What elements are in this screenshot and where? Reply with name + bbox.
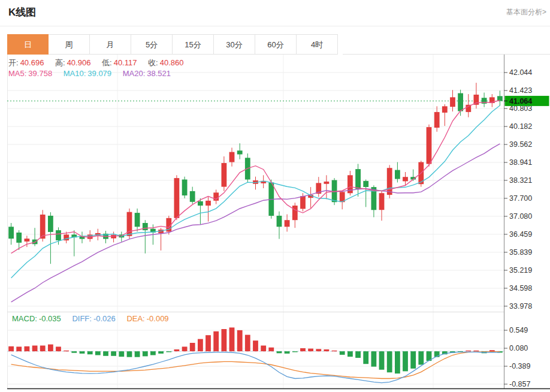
tab-60min[interactable]: 60分	[255, 34, 297, 55]
svg-text:37.080: 37.080	[509, 212, 532, 221]
svg-text:-0.857: -0.857	[509, 380, 530, 388]
svg-text:33.978: 33.978	[509, 302, 532, 310]
svg-text:0.549: 0.549	[509, 326, 528, 334]
legend-ma10: MA10:39.079	[64, 69, 111, 78]
svg-text:37.700: 37.700	[509, 194, 532, 203]
svg-text:38.941: 38.941	[509, 158, 532, 167]
ohlc-legend: 开:40.696 高:40.906 低:40.117 收:40.860	[8, 58, 192, 68]
tab-15min[interactable]: 15分	[173, 34, 214, 55]
svg-text:42.044: 42.044	[509, 68, 532, 77]
svg-text:35.839: 35.839	[509, 248, 532, 257]
widget-header: K线图 基本面分析>	[0, 0, 550, 26]
tab-week[interactable]: 周	[49, 34, 90, 55]
legend-open: 开:40.696	[8, 58, 44, 67]
svg-text:35.219: 35.219	[509, 266, 532, 275]
tab-4hour[interactable]: 4时	[297, 34, 338, 55]
page-title: K线图	[8, 5, 36, 19]
svg-text:40.182: 40.182	[509, 122, 532, 131]
svg-text:34.598: 34.598	[509, 284, 532, 293]
legend-macd-value: MACD:-0.035	[12, 314, 61, 323]
period-tabs: 日 周 月 5分 15分 30分 60分 4时	[7, 34, 338, 55]
tab-30min[interactable]: 30分	[214, 34, 255, 55]
legend-low: 低:40.117	[102, 58, 137, 67]
tab-5min[interactable]: 5分	[131, 34, 173, 55]
tab-month[interactable]: 月	[90, 34, 131, 55]
svg-text:38.321: 38.321	[509, 176, 532, 185]
svg-text:41.423: 41.423	[509, 86, 532, 95]
svg-text:-0.389: -0.389	[509, 362, 530, 370]
svg-text:39.562: 39.562	[509, 140, 532, 149]
legend-ma5: MA5:39.758	[8, 69, 52, 78]
kline-widget: 42.04441.42340.80340.18239.56238.94138.3…	[0, 0, 550, 392]
svg-text:41.064: 41.064	[509, 97, 532, 105]
svg-text:0.080: 0.080	[509, 344, 528, 352]
tabbar-filler	[343, 34, 550, 55]
macd-legend: MACD:-0.035 DIFF:-0.026 DEA:-0.009	[12, 314, 178, 323]
legend-ma20: MA20:38.521	[123, 69, 171, 78]
legend-close: 收:40.860	[148, 58, 183, 67]
legend-high: 高:40.906	[55, 58, 90, 67]
legend-diff-value: DIFF:-0.026	[72, 314, 115, 323]
svg-text:36.459: 36.459	[509, 230, 532, 239]
tab-day[interactable]: 日	[7, 34, 49, 55]
legend-dea-value: DEA:-0.009	[126, 314, 168, 323]
ma-legend: MA5:39.758 MA10:39.079 MA20:38.521	[8, 69, 180, 78]
fundamental-analysis-link[interactable]: 基本面分析>	[506, 7, 546, 17]
